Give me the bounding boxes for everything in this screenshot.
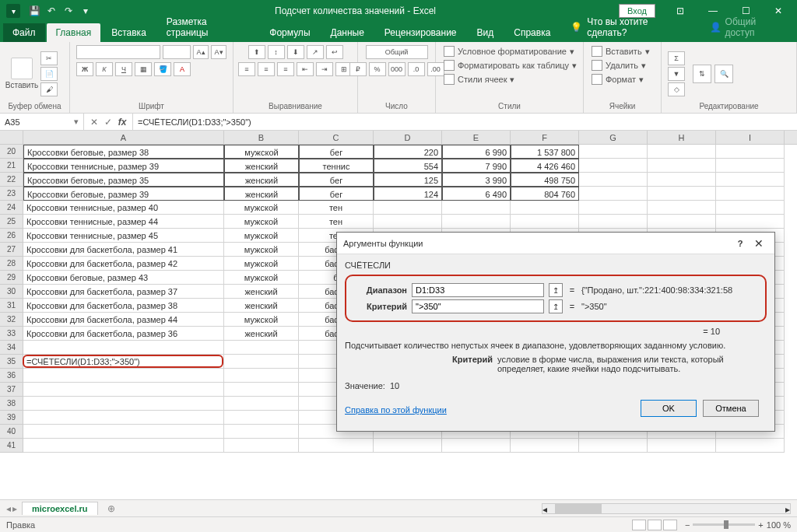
cell[interactable]: мужской — [224, 313, 299, 327]
cell[interactable] — [579, 145, 648, 159]
cell[interactable]: тен — [299, 201, 374, 215]
cell[interactable]: 4 426 460 — [511, 159, 579, 173]
font-name[interactable] — [76, 45, 160, 59]
cell[interactable] — [511, 201, 579, 215]
row-header[interactable]: 25 — [0, 215, 23, 229]
tab-help[interactable]: Справка — [504, 23, 560, 42]
chevron-down-icon[interactable]: ▾ — [74, 117, 79, 127]
cell[interactable]: 7 990 — [442, 159, 511, 173]
cell[interactable]: женский — [224, 173, 299, 187]
cell[interactable] — [224, 341, 299, 355]
row-header[interactable]: 34 — [0, 341, 23, 355]
format-cells[interactable]: Формат▾ — [590, 73, 645, 86]
cut-icon[interactable]: ✂ — [40, 51, 58, 65]
align-right-icon[interactable]: ≡ — [277, 62, 294, 76]
row-header[interactable]: 41 — [0, 439, 23, 453]
font-shrink-icon[interactable]: A▾ — [211, 45, 226, 59]
col-header[interactable]: D — [374, 131, 442, 144]
cell[interactable] — [224, 397, 299, 411]
formula-bar[interactable]: =СЧЁТЕСЛИ(D1:D33;">350") — [133, 114, 797, 130]
cell[interactable] — [442, 201, 511, 215]
cell[interactable]: 498 750 — [511, 173, 579, 187]
row-header[interactable]: 40 — [0, 425, 23, 439]
tab-formulas[interactable]: Формулы — [260, 23, 319, 42]
name-box[interactable]: A35▾ — [0, 114, 84, 130]
row-header[interactable]: 39 — [0, 411, 23, 425]
comma-icon[interactable]: 000 — [388, 62, 406, 76]
cell[interactable] — [23, 369, 224, 383]
row-header[interactable]: 37 — [0, 383, 23, 397]
zoom-control[interactable]: −+100 % — [685, 520, 791, 530]
cell[interactable] — [23, 383, 224, 397]
row-header[interactable]: 22 — [0, 173, 23, 187]
help-icon[interactable]: ? — [731, 239, 750, 248]
share-button[interactable]: 👤Общий доступ — [699, 12, 797, 42]
indent-dec-icon[interactable]: ⇤ — [297, 62, 314, 76]
row-header[interactable]: 35 — [0, 355, 23, 369]
bold-icon[interactable]: Ж — [76, 62, 93, 76]
underline-icon[interactable]: Ч — [115, 62, 132, 76]
col-header[interactable]: G — [579, 131, 648, 144]
cell[interactable] — [579, 187, 648, 201]
cell[interactable]: Кроссовки беговые, размер 38 — [23, 145, 224, 159]
row-header[interactable]: 31 — [0, 299, 23, 313]
insert-cells[interactable]: Вставить▾ — [590, 45, 651, 58]
sheet-nav-prev-icon[interactable]: ◂ — [6, 503, 11, 514]
cell[interactable]: женский — [224, 327, 299, 341]
function-help-link[interactable]: Справка по этой функции — [345, 405, 447, 415]
cell[interactable]: мужской — [224, 229, 299, 243]
row-header[interactable]: 27 — [0, 243, 23, 257]
indent-inc-icon[interactable]: ⇥ — [316, 62, 333, 76]
delete-cells[interactable]: Удалить▾ — [590, 59, 648, 72]
cell[interactable]: мужской — [224, 201, 299, 215]
wrap-icon[interactable]: ↩ — [326, 45, 343, 59]
cell[interactable] — [23, 341, 224, 355]
cell[interactable]: 6 490 — [442, 187, 511, 201]
cell[interactable]: 6 990 — [442, 145, 511, 159]
cell[interactable]: Кроссовки беговые, размер 35 — [23, 173, 224, 187]
inc-decimal-icon[interactable]: .0 — [408, 62, 425, 76]
cell[interactable] — [716, 439, 785, 453]
cell[interactable] — [648, 439, 716, 453]
cell[interactable] — [648, 145, 716, 159]
cell[interactable]: мужской — [224, 271, 299, 285]
fill-icon[interactable]: ▼ — [668, 67, 685, 81]
cell[interactable] — [716, 187, 785, 201]
row-header[interactable]: 23 — [0, 187, 23, 201]
select-all-corner[interactable] — [0, 131, 23, 144]
cell[interactable] — [23, 439, 224, 453]
currency-icon[interactable]: ₽ — [349, 62, 367, 76]
cell[interactable] — [23, 411, 224, 425]
col-header[interactable]: H — [648, 131, 716, 144]
cell[interactable]: 220 — [374, 145, 442, 159]
cell[interactable]: 1 537 800 — [511, 145, 579, 159]
tab-data[interactable]: Данные — [321, 23, 374, 42]
row-header[interactable]: 20 — [0, 145, 23, 159]
cell[interactable] — [23, 425, 224, 439]
cell[interactable]: Кроссовки теннисные, размер 39 — [23, 159, 224, 173]
cell[interactable] — [442, 215, 511, 229]
cell[interactable] — [648, 187, 716, 201]
cell[interactable] — [23, 397, 224, 411]
cell[interactable]: Кроссовки для баскетбола, размер 42 — [23, 257, 224, 271]
cell[interactable] — [511, 215, 579, 229]
cell[interactable]: Кроссовки для баскетбола, размер 36 — [23, 327, 224, 341]
cell[interactable]: женский — [224, 159, 299, 173]
more-icon[interactable]: ▾ — [79, 5, 92, 17]
col-header[interactable]: A — [23, 131, 224, 144]
font-color-icon[interactable]: A — [174, 62, 191, 76]
format-painter-icon[interactable]: 🖌 — [40, 82, 58, 96]
align-left-icon[interactable]: ≡ — [238, 62, 255, 76]
cell[interactable] — [579, 173, 648, 187]
cell[interactable]: бег — [299, 187, 374, 201]
cell[interactable]: 554 — [374, 159, 442, 173]
tab-home[interactable]: Главная — [47, 23, 101, 42]
tab-file[interactable]: Файл — [3, 23, 45, 42]
paste-button[interactable]: Вставить — [6, 58, 37, 89]
row-header[interactable]: 32 — [0, 313, 23, 327]
cell-styles[interactable]: Стили ячеек▾ — [442, 73, 516, 86]
cell[interactable]: Кроссовки для баскетбола, размер 37 — [23, 285, 224, 299]
format-as-table[interactable]: Форматировать как таблицу▾ — [442, 59, 578, 72]
cell[interactable]: Кроссовки для баскетбола, размер 44 — [23, 313, 224, 327]
cell[interactable]: Кроссовки беговые, размер 43 — [23, 271, 224, 285]
